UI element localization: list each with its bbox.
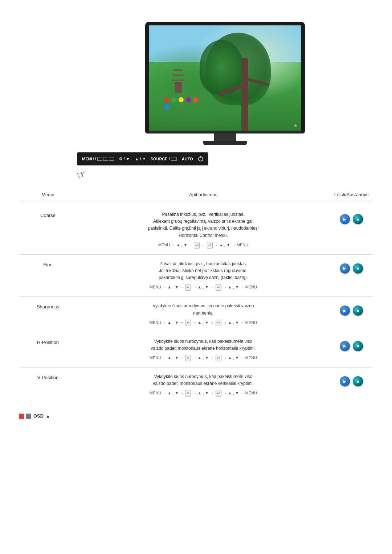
control-bar-wrapper: MENU / ⚙ / ▼ ▲ / ✦ SOURCE / AUTO [19, 152, 373, 165]
page-container: MENU / ⚙ / ▼ ▲ / ✦ SOURCE / AUTO [0, 0, 392, 440]
fine-stop-btn[interactable]: ■ [353, 263, 363, 274]
vposition-nav: MENU → ▲ , ▼ → ↵ → ▲ , ▼ → ↵ → ▲ , ▼ → M… [77, 390, 330, 397]
power-indicator [294, 124, 297, 127]
hposition-label: H-Position [19, 338, 77, 345]
hposition-nav: MENU → ▲ , ▼ → ↵ → ▲ , ▼ → ↵ → ▲ , ▼ → M… [77, 355, 330, 361]
table-row-hposition: H-Position Vykdykite šiuos nurodymus, ka… [19, 332, 373, 368]
sharpness-action[interactable]: ▶ ■ [330, 303, 373, 316]
sharpness-play-btn[interactable]: ▶ [340, 305, 350, 316]
coarse-description: Pašalina trikdžius, pvz., vertikalias ju… [77, 211, 330, 249]
fine-description: Pašalina trikdžius, pvz., horizontalias … [77, 260, 330, 291]
monitor-screen [149, 25, 301, 131]
header-menu: Meniu [19, 191, 77, 198]
brightness-label: ⚙ / ▼ [119, 157, 130, 161]
monitor-bottom-bar [149, 131, 301, 134]
brightness-control: ⚙ / ▼ [119, 157, 130, 161]
monitor-section [19, 22, 373, 145]
fine-nav: MENU → ▲ , ▼ → ↵ → ▲ , ▼ → ↵ → ▲ , ▼ → M… [77, 284, 330, 291]
coarse-nav: MENU → ▲ , ▼ → ↵ → ↵ → ▲ , ▼ → MENU [77, 242, 330, 249]
fine-action[interactable]: ▶ ■ [330, 260, 373, 274]
vposition-description: Vykdykite šiuos nurodymus, kad pakeistum… [77, 373, 330, 397]
fine-play-btn[interactable]: ▶ [340, 263, 350, 274]
coarse-action[interactable]: ▶ ■ [330, 211, 373, 224]
coarse-play-btn[interactable]: ▶ [340, 214, 350, 224]
table-row-vposition: V-Position Vykdykite šiuos nurodymus, ka… [19, 368, 373, 402]
hand-cursor-area: ☞ [19, 168, 373, 180]
sharpness-desc-main: Vykdykite šiuos nurodymus, jei norite pa… [77, 303, 330, 316]
garden-background [149, 25, 301, 131]
header-action-text: Leisti/Sustabdyti [334, 192, 369, 197]
coarse-label: Coarse [19, 211, 77, 218]
hposition-stop-btn[interactable]: ■ [353, 341, 363, 351]
fine-desc-main: Pašalina trikdžius, pvz., horizontalias … [77, 260, 330, 282]
vposition-stop-btn[interactable]: ■ [353, 376, 363, 386]
table-section: Meniu Apibūdinimas Leisti/Sustabdyti Coa… [19, 191, 373, 402]
hposition-desc-main: Vykdykite šiuos nurodymus, kad pakeistum… [77, 338, 330, 352]
vposition-desc-main: Vykdykite šiuos nurodymus, kad pakeistum… [77, 373, 330, 387]
fine-label: Fine [19, 260, 77, 267]
hposition-action[interactable]: ▶ ■ [330, 338, 373, 351]
power-button-control[interactable] [198, 156, 203, 161]
table-row-sharpness: Sharpness Vykdykite šiuos nurodymus, jei… [19, 297, 373, 332]
table-row-fine: Fine Pašalina trikdžius, pvz., horizonta… [19, 255, 373, 297]
header-description: Apibūdinimas [77, 191, 330, 198]
sharpness-description: Vykdykite šiuos nurodymus, jei norite pa… [77, 303, 330, 326]
header-menu-text: Meniu [41, 192, 54, 197]
monitor-outer [145, 22, 305, 134]
balls-container [164, 97, 200, 110]
monitor-stand-base [203, 141, 247, 145]
hposition-description: Vykdykite šiuos nurodymus, kad pakeistum… [77, 338, 330, 361]
table-header-row: Meniu Apibūdinimas Leisti/Sustabdyti [19, 191, 373, 201]
osd-label: OSD [33, 413, 44, 419]
header-action: Leisti/Sustabdyti [330, 191, 373, 198]
arrow-control: ▲ / ✦ [135, 157, 146, 161]
hposition-text: H-Position [37, 340, 59, 345]
vposition-action[interactable]: ▶ ■ [330, 373, 373, 386]
fine-text: Fine [43, 262, 52, 267]
sharpness-label: Sharpness [19, 303, 77, 309]
control-bar: MENU / ⚙ / ▼ ▲ / ✦ SOURCE / AUTO [77, 152, 208, 165]
vposition-play-btn[interactable]: ▶ [340, 376, 350, 386]
nav-gray-square [26, 414, 31, 419]
hand-icon: ☞ [75, 167, 88, 182]
menu-control: MENU / [82, 157, 114, 161]
vposition-label: V-Position [19, 373, 77, 380]
sharpness-text: Sharpness [37, 304, 59, 309]
coarse-text: Coarse [40, 213, 56, 218]
monitor-stand-neck [214, 134, 236, 141]
vposition-text: V-Position [37, 375, 59, 380]
source-control: SOURCE / [151, 157, 177, 161]
power-icon[interactable] [198, 156, 203, 161]
osd-arrow-up: ▲ [46, 414, 50, 419]
auto-label: AUTO [182, 157, 193, 161]
menu-label: MENU / [82, 157, 96, 161]
arrow-label: ▲ / ✦ [135, 157, 146, 161]
sharpness-nav: MENU → ▲ , ▼ → ↵ → ▲ , ▼ → ↵ → ▲ , ▼ → M… [77, 320, 330, 326]
coarse-stop-btn[interactable]: ■ [353, 214, 363, 224]
pagoda [172, 67, 184, 89]
auto-control: AUTO [182, 157, 193, 161]
header-description-text: Apibūdinimas [189, 192, 217, 197]
bottom-navigation: OSD ▲ [19, 413, 373, 419]
hposition-play-btn[interactable]: ▶ [340, 341, 350, 351]
table-row-coarse: Coarse Pašalina trikdžius, pvz., vertika… [19, 205, 373, 255]
source-label: SOURCE / [151, 157, 170, 161]
sharpness-stop-btn[interactable]: ■ [353, 305, 363, 316]
nav-red-square [19, 414, 24, 419]
menu-icons [97, 157, 114, 161]
tree-trunk [241, 58, 248, 131]
coarse-desc-main: Pašalina trikdžius, pvz., vertikalias ju… [77, 211, 330, 239]
